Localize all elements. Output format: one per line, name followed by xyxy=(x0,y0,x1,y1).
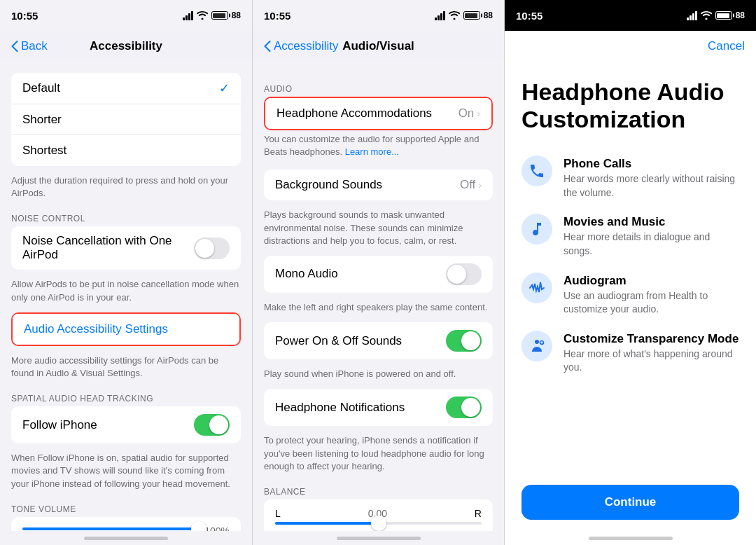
label-shortest: Shortest xyxy=(22,144,66,158)
balance-group: L 0.00 R xyxy=(264,499,493,531)
phone-icon xyxy=(528,163,545,179)
phone-calls-icon xyxy=(522,156,552,186)
feature-item-music: Movies and Music Hear more details in di… xyxy=(522,214,739,258)
transparency-icon-container xyxy=(522,331,552,361)
tone-volume-slider-container: 100% xyxy=(11,517,241,531)
panel-accessibility: 10:55 88 Back Accessibility D xyxy=(0,0,252,545)
transparency-person-icon xyxy=(528,338,545,354)
power-sounds-item[interactable]: Power On & Off Sounds xyxy=(264,322,493,359)
power-sounds-thumb xyxy=(461,331,480,350)
signal-icon-2 xyxy=(435,11,445,20)
headphone-notifications-item[interactable]: Headphone Notifications xyxy=(264,389,493,426)
feature-item-transparency: Customize Transparency Mode Hear more of… xyxy=(522,331,739,375)
mono-audio-label: Mono Audio xyxy=(275,267,338,281)
noise-cancellation-item[interactable]: Noise Cancellation with One AirPod xyxy=(11,226,241,270)
chevron-icon-2: › xyxy=(478,179,482,191)
headphone-accommodations-value: On xyxy=(458,106,475,120)
audio-accessibility-item[interactable]: Audio Accessibility Settings xyxy=(13,314,239,345)
background-sounds-label: Background Sounds xyxy=(275,178,382,192)
headphone-accommodations-item[interactable]: Headphone Accommodations On › xyxy=(265,98,491,129)
wifi-icon-3 xyxy=(701,11,712,20)
noise-control-desc: Allow AirPods to be put in noise cancell… xyxy=(0,275,252,312)
cancel-button[interactable]: Cancel xyxy=(708,39,745,53)
battery-pct-2: 88 xyxy=(484,11,493,20)
mono-audio-toggle[interactable] xyxy=(446,263,482,285)
headphone-notifications-toggle[interactable] xyxy=(446,396,482,418)
status-icons-1: 88 xyxy=(183,11,241,20)
headphone-accommodations-desc: You can customize the audio for supporte… xyxy=(253,130,504,167)
mono-audio-thumb xyxy=(447,265,466,284)
continue-button[interactable]: Continue xyxy=(522,485,739,520)
learn-more-link[interactable]: Learn more... xyxy=(345,146,399,157)
audio-accessibility-row[interactable]: Audio Accessibility Settings xyxy=(11,312,241,346)
page-title-1: Accessibility xyxy=(90,39,162,53)
home-bar-2 xyxy=(337,537,421,540)
panel-headphone-customization: 10:55 .battery-icon:nth-of-type(3)::afte… xyxy=(504,0,756,545)
power-sounds-group: Power On & Off Sounds xyxy=(264,322,493,359)
follow-iphone-item[interactable]: Follow iPhone xyxy=(11,406,241,443)
status-time-1: 10:55 xyxy=(11,10,38,22)
mono-audio-desc: Make the left and right speakers play th… xyxy=(253,298,504,322)
home-bar-1 xyxy=(84,537,168,540)
noise-cancellation-toggle[interactable] xyxy=(194,237,230,259)
balance-fill xyxy=(275,522,379,525)
list-item-default[interactable]: Default ✓ xyxy=(11,73,241,104)
battery-icon-3: .battery-icon:nth-of-type(3)::after { ba… xyxy=(715,11,732,20)
battery-icon-2 xyxy=(463,11,480,20)
transparency-title: Customize Transparency Mode xyxy=(564,332,739,346)
background-sounds-item[interactable]: Background Sounds Off › xyxy=(264,170,493,200)
list-item-shorter[interactable]: Shorter xyxy=(11,104,241,135)
noise-control-header: NOISE CONTROL xyxy=(0,208,252,226)
tone-volume-group: 100% xyxy=(11,517,241,531)
balance-right: R xyxy=(475,508,482,519)
background-sounds-right: Off › xyxy=(460,178,482,192)
panel3-content: Headphone Audio Customization Phone Call… xyxy=(505,62,756,531)
mono-audio-item[interactable]: Mono Audio xyxy=(264,256,493,293)
scroll-area-2[interactable]: AUDIO Headphone Accommodations On › You … xyxy=(253,62,504,531)
audiogram-text: Audiogram Use an audiogram from Health t… xyxy=(564,272,739,317)
list-item-shortest[interactable]: Shortest xyxy=(11,135,241,166)
balance-left: L xyxy=(275,508,281,519)
battery-icon-1 xyxy=(211,11,228,20)
page-title-2: Audio/Visual xyxy=(342,39,414,53)
status-icons-2: 88 xyxy=(435,11,493,20)
balance-container: L 0.00 R xyxy=(264,499,493,531)
label-default: Default xyxy=(22,81,60,95)
nav-bar-3: Cancel xyxy=(505,31,756,62)
tone-volume-value: 100% xyxy=(204,525,230,531)
headphone-accommodations-label: Headphone Accommodations xyxy=(276,106,432,120)
background-sounds-group: Background Sounds Off › xyxy=(264,170,493,200)
headphone-customization-title: Headphone Audio Customization xyxy=(522,78,739,133)
svg-point-0 xyxy=(535,340,539,344)
battery-pct-3: 88 xyxy=(736,11,745,20)
tone-volume-thumb[interactable] xyxy=(191,521,206,531)
headphone-accommodations-row[interactable]: Headphone Accommodations On › xyxy=(264,97,493,130)
balance-track[interactable] xyxy=(275,522,482,525)
movies-music-title: Movies and Music xyxy=(564,215,739,229)
background-sounds-value: Off xyxy=(460,178,475,192)
headphone-accommodations-right: On › xyxy=(458,106,480,120)
panel-audio-visual: 10:55 88 Accessibility Audio/Visual AUDI… xyxy=(252,0,504,545)
back-button-2[interactable]: Accessibility xyxy=(264,39,339,53)
audiogram-desc: Use an audiogram from Health to customiz… xyxy=(564,289,739,317)
signal-icon-1 xyxy=(183,11,193,20)
audiogram-title: Audiogram xyxy=(564,274,739,288)
status-bar-2: 10:55 88 xyxy=(253,0,504,31)
transparency-text: Customize Transparency Mode Hear more of… xyxy=(564,331,739,375)
status-bar-1: 10:55 88 xyxy=(0,0,252,31)
phone-calls-desc: Hear words more clearly without raising … xyxy=(564,172,739,200)
scroll-area-1[interactable]: Default ✓ Shorter Shortest Adjust the du… xyxy=(0,62,252,531)
power-sounds-toggle[interactable] xyxy=(446,330,482,352)
back-button-1[interactable]: Back xyxy=(11,39,48,53)
nav-bar-1: Back Accessibility xyxy=(0,31,252,62)
audiogram-icon-container xyxy=(522,272,552,303)
mono-audio-group: Mono Audio xyxy=(264,256,493,293)
press-hold-desc: Adjust the duration required to press an… xyxy=(0,172,252,208)
balance-thumb[interactable] xyxy=(371,516,386,531)
follow-iphone-toggle[interactable] xyxy=(194,414,230,436)
tone-volume-header: TONE VOLUME xyxy=(0,499,252,517)
wifi-icon-1 xyxy=(197,11,208,20)
tone-volume-track[interactable] xyxy=(22,527,199,530)
check-default: ✓ xyxy=(219,81,230,96)
power-sounds-label: Power On & Off Sounds xyxy=(275,334,402,348)
